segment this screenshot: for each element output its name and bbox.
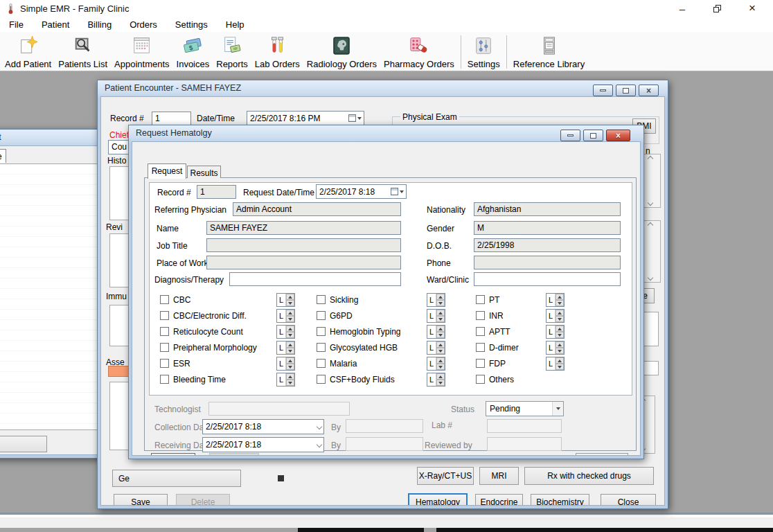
- technologist-input[interactable]: [208, 402, 350, 416]
- test-glycosylated-hgb-level-spinner[interactable]: L: [427, 341, 445, 355]
- rx-checked-drugs-button[interactable]: Rx with checked drugs: [524, 467, 654, 485]
- test-aptt-checkbox[interactable]: [476, 327, 485, 336]
- menu-help[interactable]: Help: [217, 18, 254, 31]
- dialog-save-button[interactable]: Save: [151, 453, 195, 456]
- test-preipheral-morphology-level-spinner[interactable]: L: [276, 341, 295, 355]
- test-hemoglobin-typing-checkbox[interactable]: [317, 327, 326, 336]
- collection-by-input[interactable]: [346, 419, 423, 433]
- chief-complaint-input[interactable]: Cou: [108, 140, 130, 154]
- taskbar-fragment-2[interactable]: [436, 528, 773, 532]
- dialog-minimize-button[interactable]: [560, 130, 580, 141]
- xray-ct-button[interactable]: X-Ray/CT+US: [417, 467, 474, 485]
- toolbar-invoices-button[interactable]: $Invoices: [173, 35, 213, 70]
- encounter-record-input[interactable]: 1: [152, 112, 191, 125]
- test-pt-checkbox[interactable]: [476, 295, 485, 304]
- test-d-dimer-level-spinner[interactable]: L: [546, 341, 565, 355]
- test-cbc-level-spinner[interactable]: L: [276, 293, 295, 307]
- generate-partial-button[interactable]: Ge: [112, 470, 241, 487]
- assessment-textarea[interactable]: [109, 382, 130, 450]
- test-reticulocyte-count-level-spinner[interactable]: L: [276, 325, 295, 339]
- menu-billing[interactable]: Billing: [78, 18, 121, 31]
- endocrine-button[interactable]: Endocrine: [475, 494, 523, 506]
- test-malaria-level-spinner[interactable]: L: [427, 357, 445, 371]
- toolbar-settings-button[interactable]: Settings: [464, 35, 504, 70]
- lab-number-input[interactable]: [487, 419, 562, 433]
- menu-orders[interactable]: Orders: [121, 18, 166, 31]
- place-of-work-input[interactable]: [206, 256, 401, 269]
- immunization-textarea[interactable]: [109, 305, 130, 346]
- encounter-save-button[interactable]: Save: [114, 494, 168, 506]
- toolbar-lab-orders-button[interactable]: Lab Orders: [251, 35, 303, 70]
- menu-patient[interactable]: Patient: [33, 18, 78, 31]
- encounter-datetime-picker[interactable]: 2/25/2017 8:16 PM: [247, 111, 364, 125]
- menu-settings[interactable]: Settings: [166, 18, 217, 31]
- request-datetime-picker[interactable]: 2/25/2017 8:18: [316, 184, 407, 199]
- test-csf-body-fluids-checkbox[interactable]: [317, 375, 326, 384]
- job-title-input[interactable]: [206, 238, 401, 252]
- toolbar-patients-list-button[interactable]: Patients List: [55, 35, 111, 70]
- encounter-delete-button[interactable]: Delete: [176, 494, 230, 506]
- toolbar-reports-button[interactable]: Reports: [213, 35, 251, 70]
- test-cbc-checkbox[interactable]: [160, 295, 169, 304]
- test-glycosylated-hgb-checkbox[interactable]: [317, 343, 326, 352]
- app-restore-button[interactable]: [701, 0, 733, 17]
- background-window-bottom-button[interactable]: [0, 436, 47, 452]
- dialog-record-input[interactable]: 1: [197, 185, 236, 199]
- collection-datetime-picker[interactable]: 2/25/2017 8:18: [202, 419, 324, 434]
- test-cbc-electronic-diff-checkbox[interactable]: [160, 311, 169, 320]
- test-sickling-checkbox[interactable]: [317, 295, 326, 304]
- name-input[interactable]: SAMEH FAYEZ: [206, 221, 401, 235]
- test-sickling-level-spinner[interactable]: L: [427, 293, 445, 307]
- test-csf-body-fluids-level-spinner[interactable]: L: [427, 373, 445, 387]
- mri-button[interactable]: MRI: [479, 467, 519, 485]
- menu-file[interactable]: File: [0, 18, 33, 31]
- test-reticulocyte-count-checkbox[interactable]: [160, 327, 169, 336]
- status-combo[interactable]: Pending: [486, 401, 564, 416]
- test-others-checkbox[interactable]: [476, 375, 485, 384]
- dialog-print-button[interactable]: Print: [209, 453, 259, 456]
- test-preipheral-morphology-checkbox[interactable]: [160, 343, 169, 352]
- history-textarea[interactable]: [109, 166, 130, 220]
- test-g6pd-level-spinner[interactable]: L: [427, 309, 445, 323]
- dialog-close-button[interactable]: ×: [606, 130, 630, 141]
- toolbar-reference-library-button[interactable]: Reference Library: [510, 35, 588, 70]
- assessment-highlight-field[interactable]: [108, 366, 130, 377]
- app-close-button[interactable]: ×: [736, 0, 768, 17]
- dialog-maximize-button[interactable]: [583, 130, 603, 141]
- tab-results[interactable]: Results: [187, 166, 221, 178]
- test-d-dimer-checkbox[interactable]: [476, 343, 485, 352]
- receiving-by-input[interactable]: [346, 437, 423, 451]
- taskbar-fragment-1[interactable]: [298, 528, 424, 532]
- tab-request[interactable]: Request: [148, 163, 186, 179]
- test-esr-level-spinner[interactable]: L: [276, 357, 295, 371]
- hematology-button[interactable]: Hematology: [408, 493, 468, 506]
- encounter-restore-button[interactable]: [616, 85, 636, 96]
- dob-input[interactable]: 2/25/1998: [474, 238, 621, 252]
- biochemistry-button[interactable]: Biochemistry: [531, 494, 589, 506]
- app-minimize-button[interactable]: –: [666, 0, 698, 17]
- test-g6pd-checkbox[interactable]: [317, 311, 326, 320]
- test-inr-checkbox[interactable]: [476, 311, 485, 320]
- encounter-minimize-button[interactable]: [593, 85, 613, 96]
- toolbar-radiology-orders-button[interactable]: Radiology Orders: [303, 35, 380, 70]
- test-hemoglobin-typing-level-spinner[interactable]: L: [427, 325, 445, 339]
- review-textarea[interactable]: [109, 233, 130, 287]
- test-pt-level-spinner[interactable]: L: [546, 293, 565, 307]
- diagnosis-therapy-input[interactable]: [229, 272, 401, 286]
- test-fdp-level-spinner[interactable]: L: [546, 357, 565, 371]
- test-bleeding-time-checkbox[interactable]: [160, 375, 169, 384]
- test-fdp-checkbox[interactable]: [476, 359, 485, 368]
- ward-clinic-input[interactable]: [474, 272, 621, 286]
- phone-input[interactable]: [474, 256, 621, 269]
- gender-input[interactable]: M: [474, 221, 621, 235]
- dialog-cancel-button[interactable]: Cancel: [576, 453, 628, 456]
- test-esr-checkbox[interactable]: [160, 359, 169, 368]
- test-malaria-checkbox[interactable]: [317, 359, 326, 368]
- toolbar-appointments-button[interactable]: Appointments: [111, 35, 173, 70]
- toolbar-add-patient-button[interactable]: Add Patient: [1, 35, 55, 70]
- referring-physician-input[interactable]: Admin Account: [233, 202, 401, 216]
- encounter-close-button[interactable]: ×: [639, 85, 659, 96]
- toolbar-pharmacy-orders-button[interactable]: Pharmacy Orders: [380, 35, 458, 70]
- test-bleeding-time-level-spinner[interactable]: L: [276, 373, 295, 387]
- receiving-datetime-picker[interactable]: 2/25/2017 8:18: [202, 437, 324, 452]
